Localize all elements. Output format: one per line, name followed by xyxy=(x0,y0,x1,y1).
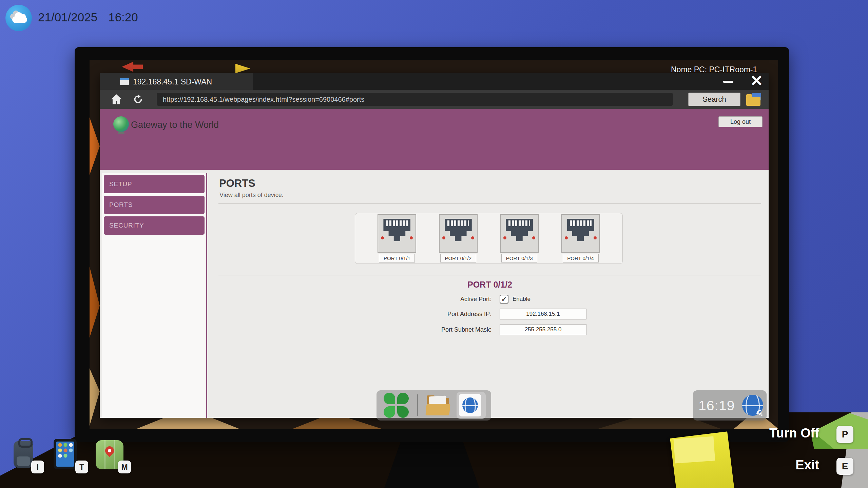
sidebar-item-ports[interactable]: PORTS xyxy=(104,196,205,214)
enable-checkbox[interactable]: ✓ xyxy=(500,295,508,304)
ethernet-port-icon xyxy=(500,214,539,253)
wifi-icon xyxy=(755,408,765,418)
refresh-icon[interactable] xyxy=(132,94,144,106)
hud-datetime: 21/01/2025 16:20 xyxy=(38,11,138,24)
wallpaper-shape xyxy=(235,64,250,73)
sidebar-item-setup[interactable]: SETUP xyxy=(104,175,205,193)
window-icon xyxy=(120,78,129,85)
ethernet-port-icon xyxy=(561,214,600,253)
page-body: SETUP PORTS SECURITY PORTS View all port… xyxy=(100,170,769,418)
divider xyxy=(218,203,761,204)
hud-date: 21/01/2025 xyxy=(38,11,97,24)
wallpaper-shape xyxy=(90,117,100,175)
globe-icon xyxy=(462,397,478,413)
port-item[interactable]: PORT 0/1/4 xyxy=(561,214,600,262)
port-led xyxy=(594,236,597,239)
exit-action[interactable]: Exit xyxy=(795,458,819,472)
close-button[interactable]: ✕ xyxy=(750,72,763,90)
subnet-mask-input[interactable] xyxy=(500,324,586,335)
active-port-row: Active Port: ✓ Enable xyxy=(337,293,615,305)
browser-toolbar: Search xyxy=(100,90,769,109)
taskbar-dock xyxy=(377,390,491,421)
port-label: PORT 0/1/1 xyxy=(379,254,415,262)
port-led xyxy=(532,236,535,239)
monitor: 192.168.45.1 SD-WAN ✕ Search xyxy=(75,47,789,442)
search-button[interactable]: Search xyxy=(688,93,740,106)
port-item[interactable]: PORT 0/1/3 xyxy=(500,214,539,262)
window-title: 192.168.45.1 SD-WAN xyxy=(133,77,212,86)
key-badge-turn-off: P xyxy=(836,426,853,443)
browser-window: 192.168.45.1 SD-WAN ✕ Search xyxy=(100,73,769,418)
system-tray: 16:19 xyxy=(693,390,767,421)
bookmarks-icon[interactable] xyxy=(746,93,762,106)
turn-off-action[interactable]: Turn Off xyxy=(769,426,819,441)
page-title: PORTS xyxy=(219,177,255,190)
weather-icon xyxy=(5,5,32,31)
monitor-screen: 192.168.45.1 SD-WAN ✕ Search xyxy=(90,60,778,429)
divider xyxy=(218,275,761,275)
port-label: PORT 0/1/2 xyxy=(440,254,476,262)
home-icon[interactable] xyxy=(110,93,123,107)
port-led xyxy=(471,236,474,239)
port-item[interactable]: PORT 0/1/1 xyxy=(378,214,416,262)
logout-button[interactable]: Log out xyxy=(718,116,763,127)
port-label: PORT 0/1/4 xyxy=(563,254,599,262)
port-led xyxy=(503,236,506,239)
port-ip-input[interactable] xyxy=(500,309,586,319)
port-detail-heading: PORT 0/1/2 xyxy=(218,280,761,290)
port-led xyxy=(410,236,413,239)
clover-app-icon[interactable] xyxy=(384,393,409,418)
minimize-button[interactable] xyxy=(723,81,733,83)
site-header: Gateway to the World Log out xyxy=(100,109,769,170)
port-item[interactable]: PORT 0/1/2 xyxy=(439,214,478,262)
system-clock: 16:19 xyxy=(698,398,735,414)
site-brand: Gateway to the World xyxy=(131,120,219,130)
files-app-icon[interactable] xyxy=(426,396,450,415)
pc-name-label: Nome PC: PC-ITRoom-1 xyxy=(671,65,757,74)
active-port-label: Active Port: xyxy=(337,296,491,303)
port-label: PORT 0/1/3 xyxy=(501,254,537,262)
subnet-mask-row: Port Subnet Mask: xyxy=(337,324,615,335)
key-badge-tablet: T xyxy=(75,461,88,473)
key-badge-inventory: I xyxy=(31,461,44,473)
browser-titlebar[interactable]: 192.168.45.1 SD-WAN ✕ xyxy=(100,73,769,90)
key-badge-exit: E xyxy=(836,458,853,475)
hud-time: 16:20 xyxy=(108,11,138,24)
sidebar-item-security[interactable]: SECURITY xyxy=(104,216,205,235)
sidebar: SETUP PORTS SECURITY xyxy=(102,173,207,418)
wallpaper-shape xyxy=(122,62,143,72)
key-badge-map: M xyxy=(118,461,131,473)
ethernet-port-icon xyxy=(439,214,478,253)
subnet-mask-label: Port Subnet Mask: xyxy=(337,326,491,333)
port-led xyxy=(381,236,384,239)
main-content: PORTS View all ports of device. PORT 0/ xyxy=(218,170,761,418)
globe-logo-icon xyxy=(113,116,129,132)
ethernet-port-icon xyxy=(378,214,416,253)
browser-app-icon[interactable] xyxy=(459,394,481,416)
dock-divider xyxy=(417,394,418,416)
map-pin-icon xyxy=(103,445,116,457)
enable-label: Enable xyxy=(513,296,531,302)
wallpaper-shape xyxy=(90,368,100,426)
port-led xyxy=(565,236,568,239)
wallpaper-shape xyxy=(90,267,100,338)
url-input[interactable] xyxy=(157,93,673,106)
port-led xyxy=(442,236,445,239)
sticky-note xyxy=(670,431,734,488)
inventory-tablet-icon[interactable] xyxy=(54,439,77,469)
ports-panel: PORT 0/1/1 PORT 0/1/2 xyxy=(355,213,623,264)
page-subtitle: View all ports of device. xyxy=(219,192,284,199)
port-ip-row: Port Address IP: xyxy=(337,308,615,320)
inventory-backpack-icon[interactable] xyxy=(14,441,33,468)
port-ip-label: Port Address IP: xyxy=(337,311,491,318)
game-scene: 192.168.45.1 SD-WAN ✕ Search xyxy=(0,0,868,488)
